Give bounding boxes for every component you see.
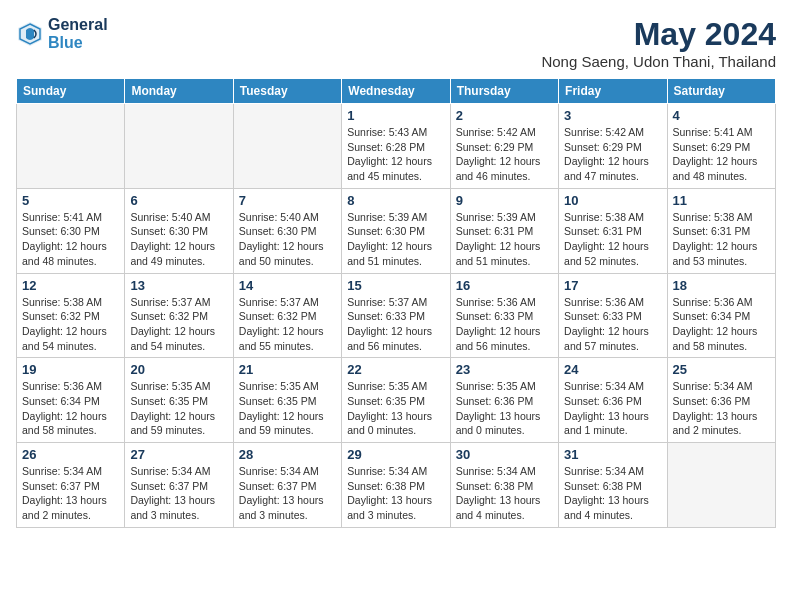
day-number: 18 <box>673 278 770 293</box>
day-number: 11 <box>673 193 770 208</box>
weekday-header-monday: Monday <box>125 79 233 104</box>
logo: General Blue <box>16 16 108 51</box>
day-info: Sunrise: 5:36 AM Sunset: 6:34 PM Dayligh… <box>22 379 119 438</box>
day-info: Sunrise: 5:40 AM Sunset: 6:30 PM Dayligh… <box>239 210 336 269</box>
calendar-week-row: 5Sunrise: 5:41 AM Sunset: 6:30 PM Daylig… <box>17 188 776 273</box>
calendar-cell: 12Sunrise: 5:38 AM Sunset: 6:32 PM Dayli… <box>17 273 125 358</box>
day-number: 21 <box>239 362 336 377</box>
day-number: 7 <box>239 193 336 208</box>
logo-icon <box>16 20 44 48</box>
calendar-cell <box>125 104 233 189</box>
day-info: Sunrise: 5:36 AM Sunset: 6:33 PM Dayligh… <box>564 295 661 354</box>
calendar-cell: 24Sunrise: 5:34 AM Sunset: 6:36 PM Dayli… <box>559 358 667 443</box>
day-number: 10 <box>564 193 661 208</box>
calendar-week-row: 26Sunrise: 5:34 AM Sunset: 6:37 PM Dayli… <box>17 443 776 528</box>
calendar-cell: 6Sunrise: 5:40 AM Sunset: 6:30 PM Daylig… <box>125 188 233 273</box>
weekday-header-sunday: Sunday <box>17 79 125 104</box>
day-number: 25 <box>673 362 770 377</box>
day-info: Sunrise: 5:34 AM Sunset: 6:37 PM Dayligh… <box>130 464 227 523</box>
calendar-cell: 4Sunrise: 5:41 AM Sunset: 6:29 PM Daylig… <box>667 104 775 189</box>
day-info: Sunrise: 5:35 AM Sunset: 6:35 PM Dayligh… <box>130 379 227 438</box>
logo-text-line1: General <box>48 16 108 34</box>
calendar-cell: 11Sunrise: 5:38 AM Sunset: 6:31 PM Dayli… <box>667 188 775 273</box>
day-info: Sunrise: 5:42 AM Sunset: 6:29 PM Dayligh… <box>456 125 553 184</box>
day-info: Sunrise: 5:39 AM Sunset: 6:30 PM Dayligh… <box>347 210 444 269</box>
day-info: Sunrise: 5:40 AM Sunset: 6:30 PM Dayligh… <box>130 210 227 269</box>
calendar-cell: 18Sunrise: 5:36 AM Sunset: 6:34 PM Dayli… <box>667 273 775 358</box>
calendar-cell: 2Sunrise: 5:42 AM Sunset: 6:29 PM Daylig… <box>450 104 558 189</box>
day-info: Sunrise: 5:42 AM Sunset: 6:29 PM Dayligh… <box>564 125 661 184</box>
calendar-week-row: 1Sunrise: 5:43 AM Sunset: 6:28 PM Daylig… <box>17 104 776 189</box>
calendar-cell: 23Sunrise: 5:35 AM Sunset: 6:36 PM Dayli… <box>450 358 558 443</box>
day-number: 3 <box>564 108 661 123</box>
day-number: 24 <box>564 362 661 377</box>
calendar-cell: 13Sunrise: 5:37 AM Sunset: 6:32 PM Dayli… <box>125 273 233 358</box>
day-number: 1 <box>347 108 444 123</box>
day-number: 4 <box>673 108 770 123</box>
calendar-cell: 30Sunrise: 5:34 AM Sunset: 6:38 PM Dayli… <box>450 443 558 528</box>
day-info: Sunrise: 5:35 AM Sunset: 6:36 PM Dayligh… <box>456 379 553 438</box>
day-number: 9 <box>456 193 553 208</box>
day-info: Sunrise: 5:36 AM Sunset: 6:34 PM Dayligh… <box>673 295 770 354</box>
day-number: 28 <box>239 447 336 462</box>
calendar-cell: 21Sunrise: 5:35 AM Sunset: 6:35 PM Dayli… <box>233 358 341 443</box>
day-info: Sunrise: 5:35 AM Sunset: 6:35 PM Dayligh… <box>239 379 336 438</box>
calendar-week-row: 19Sunrise: 5:36 AM Sunset: 6:34 PM Dayli… <box>17 358 776 443</box>
day-number: 26 <box>22 447 119 462</box>
day-number: 13 <box>130 278 227 293</box>
calendar-cell: 1Sunrise: 5:43 AM Sunset: 6:28 PM Daylig… <box>342 104 450 189</box>
calendar-header-row: SundayMondayTuesdayWednesdayThursdayFrid… <box>17 79 776 104</box>
calendar-cell: 15Sunrise: 5:37 AM Sunset: 6:33 PM Dayli… <box>342 273 450 358</box>
month-title: May 2024 <box>541 16 776 53</box>
day-number: 14 <box>239 278 336 293</box>
weekday-header-thursday: Thursday <box>450 79 558 104</box>
calendar-cell: 14Sunrise: 5:37 AM Sunset: 6:32 PM Dayli… <box>233 273 341 358</box>
day-info: Sunrise: 5:38 AM Sunset: 6:31 PM Dayligh… <box>673 210 770 269</box>
calendar-cell: 22Sunrise: 5:35 AM Sunset: 6:35 PM Dayli… <box>342 358 450 443</box>
day-number: 29 <box>347 447 444 462</box>
day-info: Sunrise: 5:34 AM Sunset: 6:36 PM Dayligh… <box>564 379 661 438</box>
day-number: 8 <box>347 193 444 208</box>
calendar-cell: 25Sunrise: 5:34 AM Sunset: 6:36 PM Dayli… <box>667 358 775 443</box>
calendar-cell: 28Sunrise: 5:34 AM Sunset: 6:37 PM Dayli… <box>233 443 341 528</box>
day-info: Sunrise: 5:35 AM Sunset: 6:35 PM Dayligh… <box>347 379 444 438</box>
calendar-cell: 7Sunrise: 5:40 AM Sunset: 6:30 PM Daylig… <box>233 188 341 273</box>
title-block: May 2024 Nong Saeng, Udon Thani, Thailan… <box>541 16 776 70</box>
day-number: 22 <box>347 362 444 377</box>
calendar-cell: 3Sunrise: 5:42 AM Sunset: 6:29 PM Daylig… <box>559 104 667 189</box>
calendar-cell: 26Sunrise: 5:34 AM Sunset: 6:37 PM Dayli… <box>17 443 125 528</box>
day-info: Sunrise: 5:38 AM Sunset: 6:31 PM Dayligh… <box>564 210 661 269</box>
day-number: 31 <box>564 447 661 462</box>
day-number: 20 <box>130 362 227 377</box>
calendar-cell: 17Sunrise: 5:36 AM Sunset: 6:33 PM Dayli… <box>559 273 667 358</box>
day-info: Sunrise: 5:34 AM Sunset: 6:37 PM Dayligh… <box>22 464 119 523</box>
day-number: 27 <box>130 447 227 462</box>
calendar-cell: 20Sunrise: 5:35 AM Sunset: 6:35 PM Dayli… <box>125 358 233 443</box>
calendar-cell <box>17 104 125 189</box>
day-number: 17 <box>564 278 661 293</box>
day-number: 2 <box>456 108 553 123</box>
calendar-table: SundayMondayTuesdayWednesdayThursdayFrid… <box>16 78 776 528</box>
day-number: 23 <box>456 362 553 377</box>
calendar-cell: 8Sunrise: 5:39 AM Sunset: 6:30 PM Daylig… <box>342 188 450 273</box>
logo-text-line2: Blue <box>48 34 108 52</box>
calendar-cell: 29Sunrise: 5:34 AM Sunset: 6:38 PM Dayli… <box>342 443 450 528</box>
calendar-cell <box>233 104 341 189</box>
calendar-cell: 19Sunrise: 5:36 AM Sunset: 6:34 PM Dayli… <box>17 358 125 443</box>
page-header: General Blue May 2024 Nong Saeng, Udon T… <box>16 16 776 70</box>
calendar-cell: 16Sunrise: 5:36 AM Sunset: 6:33 PM Dayli… <box>450 273 558 358</box>
calendar-cell: 9Sunrise: 5:39 AM Sunset: 6:31 PM Daylig… <box>450 188 558 273</box>
day-info: Sunrise: 5:37 AM Sunset: 6:33 PM Dayligh… <box>347 295 444 354</box>
day-info: Sunrise: 5:36 AM Sunset: 6:33 PM Dayligh… <box>456 295 553 354</box>
weekday-header-tuesday: Tuesday <box>233 79 341 104</box>
day-info: Sunrise: 5:34 AM Sunset: 6:37 PM Dayligh… <box>239 464 336 523</box>
weekday-header-friday: Friday <box>559 79 667 104</box>
day-info: Sunrise: 5:34 AM Sunset: 6:38 PM Dayligh… <box>564 464 661 523</box>
calendar-week-row: 12Sunrise: 5:38 AM Sunset: 6:32 PM Dayli… <box>17 273 776 358</box>
day-number: 12 <box>22 278 119 293</box>
day-info: Sunrise: 5:43 AM Sunset: 6:28 PM Dayligh… <box>347 125 444 184</box>
day-info: Sunrise: 5:34 AM Sunset: 6:38 PM Dayligh… <box>456 464 553 523</box>
day-info: Sunrise: 5:37 AM Sunset: 6:32 PM Dayligh… <box>239 295 336 354</box>
calendar-cell: 5Sunrise: 5:41 AM Sunset: 6:30 PM Daylig… <box>17 188 125 273</box>
day-info: Sunrise: 5:34 AM Sunset: 6:38 PM Dayligh… <box>347 464 444 523</box>
